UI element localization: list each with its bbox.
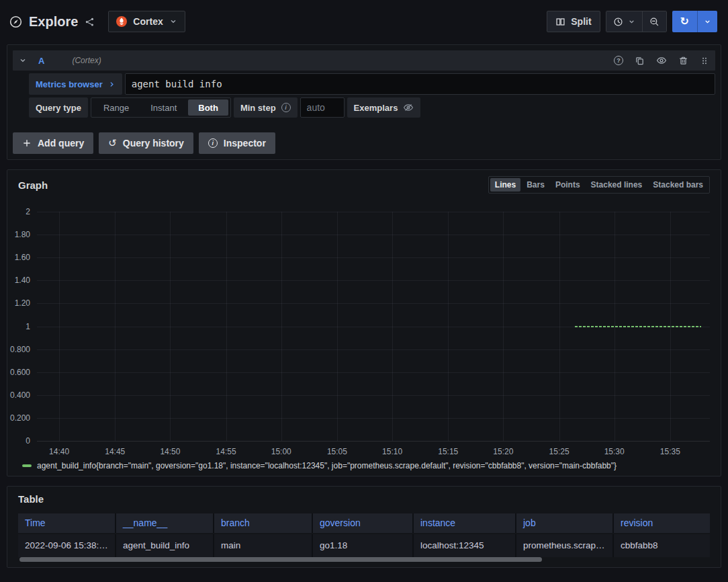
help-icon[interactable]: ? <box>614 56 623 65</box>
metrics-browser-label: Metrics browser <box>36 79 103 89</box>
split-button[interactable]: Split <box>547 11 600 32</box>
graph-panel: Graph Lines Bars Points Stacked lines St… <box>7 169 721 476</box>
clock-icon <box>613 17 623 27</box>
split-icon <box>555 17 565 27</box>
query-datasource-hint: (Cortex) <box>72 56 101 65</box>
copy-query-icon[interactable] <box>635 56 645 66</box>
page-title: Explore <box>29 14 78 30</box>
query-expression-input[interactable] <box>125 73 715 95</box>
y-tick-label: 0 <box>26 436 30 446</box>
y-tick-label: 0.200 <box>10 413 30 423</box>
x-tick-label: 15:30 <box>604 447 625 456</box>
x-tick-label: 15:15 <box>438 447 458 456</box>
refresh-icon: ↻ <box>680 16 689 27</box>
x-tick-label: 15:10 <box>382 447 402 456</box>
graph-mode-lines[interactable]: Lines <box>490 178 520 192</box>
history-icon: ↺ <box>108 138 117 149</box>
toggle-visibility-eye-icon[interactable] <box>656 55 667 66</box>
cell-revision: cbbfabb8 <box>614 534 710 557</box>
top-toolbar: Explore Cortex <box>0 0 728 43</box>
add-query-button[interactable]: Add query <box>13 132 93 154</box>
explore-secondary-actions: Add query ↺ Query history i Inspector <box>13 132 715 154</box>
x-tick-label: 14:40 <box>49 447 69 456</box>
results-table: Time __name__ branch goversion instance … <box>18 513 710 562</box>
column-header-job[interactable]: job <box>516 513 614 533</box>
time-picker-button[interactable] <box>606 11 642 32</box>
scrollbar-thumb[interactable] <box>19 557 542 562</box>
refresh-button[interactable]: ↻ <box>672 11 697 32</box>
x-tick-label: 15:35 <box>660 447 680 456</box>
x-tick-label: 14:50 <box>160 447 180 456</box>
plus-icon <box>22 138 32 148</box>
collapse-chevron-icon[interactable] <box>19 56 27 65</box>
graph-mode-stacked-lines[interactable]: Stacked lines <box>586 178 647 192</box>
y-tick-label: 1.40 <box>15 276 30 285</box>
column-header-revision[interactable]: revision <box>614 513 710 533</box>
zoom-out-icon <box>649 17 659 27</box>
prometheus-icon <box>116 16 127 27</box>
min-step-input[interactable] <box>300 97 345 118</box>
datasource-picker[interactable]: Cortex <box>108 11 185 32</box>
query-type-radio-group: Range Instant Both <box>91 97 231 118</box>
x-tick-label: 15:25 <box>549 447 570 456</box>
graph-plot-area[interactable]: 21.801.601.401.2010.8000.6000.4000.20001… <box>37 212 710 441</box>
exemplars-eye-slash-icon[interactable] <box>403 102 414 113</box>
inspector-button[interactable]: i Inspector <box>199 132 275 154</box>
graph-panel-title: Graph <box>18 179 48 191</box>
x-tick-label: 14:55 <box>216 447 236 456</box>
query-type-option-instant[interactable]: Instant <box>140 99 187 116</box>
share-icon[interactable] <box>85 17 95 27</box>
graph-mode-points[interactable]: Points <box>551 178 585 192</box>
exemplars-label: Exemplars <box>347 97 421 118</box>
query-type-option-range[interactable]: Range <box>93 99 139 116</box>
chevron-down-icon <box>628 18 635 26</box>
y-tick-label: 2 <box>26 207 30 216</box>
cell-job: prometheus.scrape.default <box>516 534 614 557</box>
explore-compass-icon <box>9 15 22 28</box>
refresh-controls: ↻ <box>672 11 717 32</box>
y-tick-label: 0.800 <box>10 345 30 354</box>
y-tick-label: 0.400 <box>10 390 30 400</box>
table-panel: Table Time __name__ branch goversion ins… <box>7 486 721 568</box>
chevron-down-icon <box>704 18 711 26</box>
legend-series-swatch <box>22 464 32 467</box>
table-row: 2022-09-06 15:38:02 agent_build_info mai… <box>18 534 710 557</box>
graph-mode-stacked-bars[interactable]: Stacked bars <box>648 178 708 192</box>
graph-mode-bars[interactable]: Bars <box>522 178 549 192</box>
graph-legend: agent_build_info{branch="main", goversio… <box>22 461 710 470</box>
x-tick-label: 15:05 <box>327 447 347 456</box>
query-row-actions: ? <box>614 55 709 66</box>
refresh-interval-dropdown[interactable] <box>697 11 717 32</box>
column-header-name[interactable]: __name__ <box>116 513 214 533</box>
legend-series-label[interactable]: agent_build_info{branch="main", goversio… <box>37 461 617 470</box>
cell-time: 2022-09-06 15:38:02 <box>18 534 116 557</box>
zoom-out-button[interactable] <box>642 11 666 32</box>
cell-branch: main <box>214 534 313 557</box>
delete-query-trash-icon[interactable] <box>678 56 688 66</box>
table-horizontal-scrollbar[interactable] <box>18 557 710 562</box>
y-tick-label: 1.80 <box>15 230 30 239</box>
chevron-right-icon <box>108 81 116 88</box>
query-type-label: Query type <box>29 97 88 118</box>
column-header-time[interactable]: Time <box>18 513 116 533</box>
graph-style-toggle: Lines Bars Points Stacked lines Stacked … <box>488 176 710 194</box>
query-row-header[interactable]: A (Cortex) ? <box>13 50 715 71</box>
column-header-goversion[interactable]: goversion <box>313 513 414 533</box>
column-header-instance[interactable]: instance <box>414 513 516 533</box>
y-tick-label: 1 <box>26 322 30 331</box>
query-editor-panel: A (Cortex) ? <box>7 44 721 160</box>
x-tick-label: 15:20 <box>493 447 513 456</box>
query-ref-id: A <box>38 56 44 66</box>
cell-goversion: go1.18 <box>313 534 414 557</box>
query-type-option-both[interactable]: Both <box>188 99 228 116</box>
x-tick-label: 14:45 <box>105 447 125 456</box>
drag-handle-icon[interactable] <box>700 56 709 66</box>
cell-name: agent_build_info <box>116 534 214 557</box>
column-header-branch[interactable]: branch <box>214 513 313 533</box>
y-tick-label: 1.20 <box>15 298 30 308</box>
time-range-controls <box>606 11 667 32</box>
table-header-row: Time __name__ branch goversion instance … <box>18 513 710 533</box>
metrics-browser-button[interactable]: Metrics browser <box>29 73 122 95</box>
split-label: Split <box>571 16 591 27</box>
query-history-button[interactable]: ↺ Query history <box>99 132 193 154</box>
